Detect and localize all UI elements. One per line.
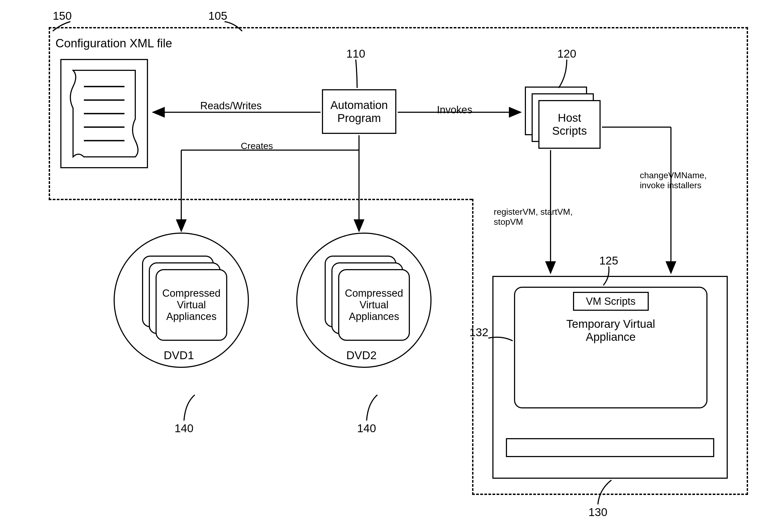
config-xml-title: Configuration XML file xyxy=(56,37,172,50)
ref-105: 105 xyxy=(208,9,227,22)
ref-130: 130 xyxy=(588,506,607,519)
host-scripts-box: Host Scripts xyxy=(538,100,601,149)
vm-bar xyxy=(506,438,714,457)
ref-150: 150 xyxy=(53,9,72,22)
dvd1-label: DVD1 xyxy=(164,349,194,362)
host-system-bottom-left xyxy=(49,199,472,200)
dvd2-va-box: Compressed Virtual Appliances xyxy=(338,269,410,341)
dvd2-label: DVD2 xyxy=(346,349,377,362)
temp-va-box: VM Scripts Temporary Virtual Appliance xyxy=(514,287,707,408)
ref-dvd1-140: 140 xyxy=(174,422,193,435)
dvd1-va-box: Compressed Virtual Appliances xyxy=(155,269,227,341)
vm-scripts-box: VM Scripts xyxy=(573,292,649,311)
reads-writes-label: Reads/Writes xyxy=(200,100,262,112)
creates-label: Creates xyxy=(241,141,273,151)
ref-dvd2-140: 140 xyxy=(357,422,376,435)
change-vm-label: changeVMName, invoke installers xyxy=(640,170,707,190)
register-vm-label: registerVM, startVM, stopVM xyxy=(494,207,573,227)
invokes-label: Invokes xyxy=(437,104,473,116)
temp-va-label: Temporary Virtual Appliance xyxy=(566,317,655,343)
automation-program-box: Automation Program xyxy=(322,89,396,134)
